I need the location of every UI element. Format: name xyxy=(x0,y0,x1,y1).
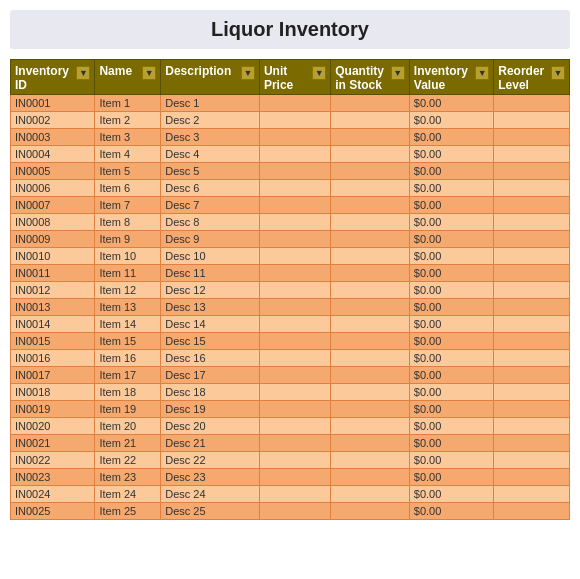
cell-3-row-1 xyxy=(259,112,330,129)
col-dropdown-inv-value[interactable]: ▼ xyxy=(475,66,489,80)
col-label-reorder: Reorder Level xyxy=(498,64,551,92)
cell-2-row-4: Desc 5 xyxy=(161,163,260,180)
cell-1-row-9: Item 10 xyxy=(95,248,161,265)
table-row: IN0020Item 20Desc 20$0.00 xyxy=(11,418,570,435)
cell-2-row-8: Desc 9 xyxy=(161,231,260,248)
cell-1-row-0: Item 1 xyxy=(95,95,161,112)
cell-4-row-24 xyxy=(331,503,410,520)
cell-2-row-5: Desc 6 xyxy=(161,180,260,197)
cell-2-row-7: Desc 8 xyxy=(161,214,260,231)
cell-1-row-8: Item 9 xyxy=(95,231,161,248)
cell-3-row-2 xyxy=(259,129,330,146)
cell-3-row-23 xyxy=(259,486,330,503)
cell-1-row-15: Item 16 xyxy=(95,350,161,367)
cell-3-row-5 xyxy=(259,180,330,197)
table-row: IN0007Item 7Desc 7$0.00 xyxy=(11,197,570,214)
cell-5-row-12: $0.00 xyxy=(409,299,493,316)
cell-4-row-23 xyxy=(331,486,410,503)
cell-0-row-7: IN0008 xyxy=(11,214,95,231)
cell-0-row-16: IN0017 xyxy=(11,367,95,384)
cell-1-row-14: Item 15 xyxy=(95,333,161,350)
cell-5-row-18: $0.00 xyxy=(409,401,493,418)
cell-6-row-22 xyxy=(494,469,570,486)
cell-0-row-1: IN0002 xyxy=(11,112,95,129)
page-title: Liquor Inventory xyxy=(10,10,570,49)
cell-0-row-21: IN0022 xyxy=(11,452,95,469)
cell-3-row-24 xyxy=(259,503,330,520)
cell-2-row-12: Desc 13 xyxy=(161,299,260,316)
cell-3-row-17 xyxy=(259,384,330,401)
table-row: IN0018Item 18Desc 18$0.00 xyxy=(11,384,570,401)
col-header-reorder: Reorder Level▼ xyxy=(494,60,570,95)
cell-6-row-2 xyxy=(494,129,570,146)
cell-2-row-15: Desc 16 xyxy=(161,350,260,367)
cell-1-row-2: Item 3 xyxy=(95,129,161,146)
cell-1-row-10: Item 11 xyxy=(95,265,161,282)
cell-1-row-20: Item 21 xyxy=(95,435,161,452)
table-row: IN0013Item 13Desc 13$0.00 xyxy=(11,299,570,316)
cell-5-row-22: $0.00 xyxy=(409,469,493,486)
cell-2-row-19: Desc 20 xyxy=(161,418,260,435)
cell-5-row-1: $0.00 xyxy=(409,112,493,129)
cell-0-row-22: IN0023 xyxy=(11,469,95,486)
cell-4-row-22 xyxy=(331,469,410,486)
cell-6-row-1 xyxy=(494,112,570,129)
cell-0-row-15: IN0016 xyxy=(11,350,95,367)
col-header-qty-stock: Quantity in Stock▼ xyxy=(331,60,410,95)
cell-3-row-19 xyxy=(259,418,330,435)
col-label-unit-price: Unit Price xyxy=(264,64,312,92)
cell-0-row-12: IN0013 xyxy=(11,299,95,316)
cell-2-row-16: Desc 17 xyxy=(161,367,260,384)
cell-5-row-7: $0.00 xyxy=(409,214,493,231)
cell-6-row-3 xyxy=(494,146,570,163)
cell-4-row-9 xyxy=(331,248,410,265)
cell-4-row-14 xyxy=(331,333,410,350)
cell-0-row-13: IN0014 xyxy=(11,316,95,333)
cell-1-row-17: Item 18 xyxy=(95,384,161,401)
col-dropdown-qty-stock[interactable]: ▼ xyxy=(391,66,405,80)
cell-3-row-7 xyxy=(259,214,330,231)
inventory-table: Inventory ID▼Name▼Description▼Unit Price… xyxy=(10,59,570,520)
cell-6-row-13 xyxy=(494,316,570,333)
cell-1-row-18: Item 19 xyxy=(95,401,161,418)
table-row: IN0011Item 11Desc 11$0.00 xyxy=(11,265,570,282)
cell-1-row-7: Item 8 xyxy=(95,214,161,231)
cell-2-row-9: Desc 10 xyxy=(161,248,260,265)
col-dropdown-name[interactable]: ▼ xyxy=(142,66,156,80)
col-header-inv-id: Inventory ID▼ xyxy=(11,60,95,95)
cell-3-row-6 xyxy=(259,197,330,214)
col-dropdown-description[interactable]: ▼ xyxy=(241,66,255,80)
cell-6-row-14 xyxy=(494,333,570,350)
cell-5-row-8: $0.00 xyxy=(409,231,493,248)
cell-6-row-5 xyxy=(494,180,570,197)
cell-4-row-19 xyxy=(331,418,410,435)
cell-1-row-23: Item 24 xyxy=(95,486,161,503)
cell-0-row-10: IN0011 xyxy=(11,265,95,282)
cell-4-row-1 xyxy=(331,112,410,129)
cell-2-row-22: Desc 23 xyxy=(161,469,260,486)
cell-6-row-17 xyxy=(494,384,570,401)
cell-5-row-5: $0.00 xyxy=(409,180,493,197)
cell-0-row-20: IN0021 xyxy=(11,435,95,452)
cell-5-row-10: $0.00 xyxy=(409,265,493,282)
cell-5-row-23: $0.00 xyxy=(409,486,493,503)
col-dropdown-inv-id[interactable]: ▼ xyxy=(76,66,90,80)
cell-4-row-0 xyxy=(331,95,410,112)
cell-3-row-18 xyxy=(259,401,330,418)
cell-3-row-10 xyxy=(259,265,330,282)
cell-3-row-4 xyxy=(259,163,330,180)
cell-2-row-1: Desc 2 xyxy=(161,112,260,129)
cell-2-row-2: Desc 3 xyxy=(161,129,260,146)
cell-3-row-22 xyxy=(259,469,330,486)
col-dropdown-reorder[interactable]: ▼ xyxy=(551,66,565,80)
table-row: IN0024Item 24Desc 24$0.00 xyxy=(11,486,570,503)
cell-6-row-9 xyxy=(494,248,570,265)
cell-6-row-10 xyxy=(494,265,570,282)
col-header-description: Description▼ xyxy=(161,60,260,95)
cell-6-row-8 xyxy=(494,231,570,248)
cell-4-row-10 xyxy=(331,265,410,282)
cell-5-row-16: $0.00 xyxy=(409,367,493,384)
cell-5-row-0: $0.00 xyxy=(409,95,493,112)
cell-5-row-6: $0.00 xyxy=(409,197,493,214)
col-dropdown-unit-price[interactable]: ▼ xyxy=(312,66,326,80)
